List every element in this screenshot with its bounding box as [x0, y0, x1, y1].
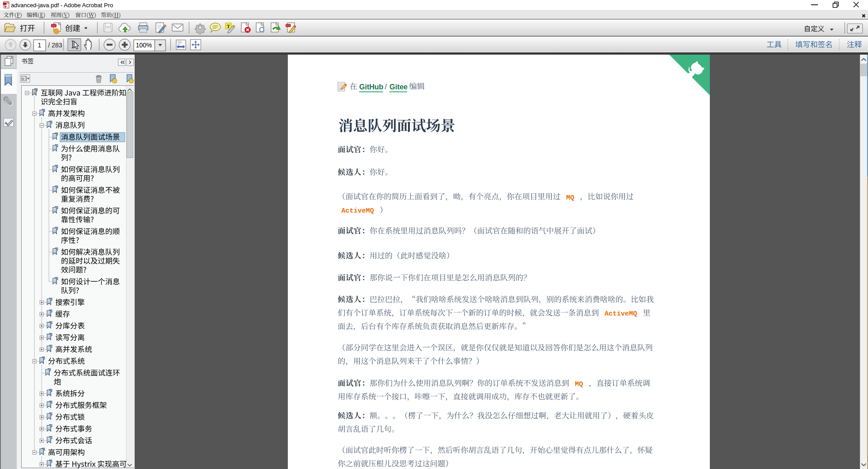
svg-text:1: 1	[38, 42, 42, 49]
svg-text:Gitee: Gitee	[389, 83, 408, 91]
svg-text:T: T	[227, 23, 230, 29]
svg-text:8: 8	[22, 77, 24, 81]
svg-text:GitHub: GitHub	[359, 83, 384, 91]
svg-text:MQ: MQ	[566, 194, 574, 202]
svg-text:advanced-java.pdf - Adobe Acro: advanced-java.pdf - Adobe Acrobat Pro	[11, 2, 113, 9]
svg-text:/: /	[385, 83, 387, 91]
svg-text:/ 283: / 283	[48, 42, 62, 49]
svg-text:ActiveMQ: ActiveMQ	[605, 310, 637, 318]
svg-text:MQ: MQ	[575, 381, 583, 388]
svg-text:ActiveMQ: ActiveMQ	[342, 207, 374, 215]
svg-text:100%: 100%	[136, 42, 152, 49]
